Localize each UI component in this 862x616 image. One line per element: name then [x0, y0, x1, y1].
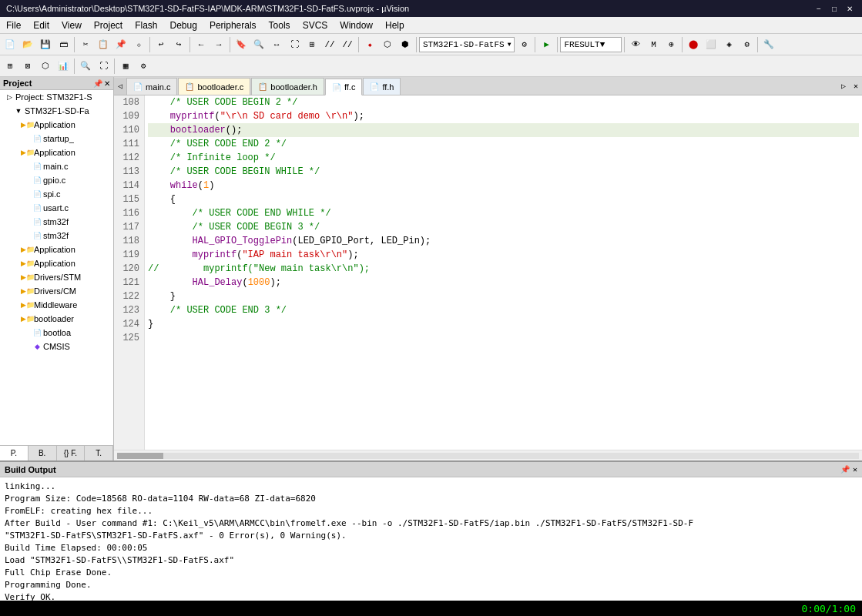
- bookmark-button[interactable]: 🔖: [233, 36, 250, 53]
- tb2-btn3[interactable]: ⬡: [37, 58, 54, 75]
- editor-tab-bootloader.h[interactable]: 📋bootloader.h: [251, 78, 324, 95]
- close-editor-icon[interactable]: ✕: [850, 78, 862, 95]
- editor-tab-ff.h[interactable]: 📄ff.h: [363, 78, 401, 95]
- editor-tab-ff.c[interactable]: 📄ff.c: [325, 79, 362, 95]
- scrollbar-track[interactable]: [117, 453, 859, 459]
- tree-item[interactable]: ▶📁Drivers/CM: [0, 284, 113, 298]
- tb2-btn8[interactable]: ⚙: [135, 58, 152, 75]
- code-line: /* USER CODE END 2 */: [148, 137, 859, 151]
- menu-item-project[interactable]: Project: [88, 18, 129, 32]
- build-all-btn[interactable]: ⬢: [397, 36, 414, 53]
- cut-button[interactable]: ✂: [77, 36, 94, 53]
- menu-item-peripherals[interactable]: Peripherals: [203, 18, 263, 32]
- tb2-btn7[interactable]: ▦: [117, 58, 134, 75]
- folder-icon: ▶📁: [22, 271, 34, 283]
- build-btn[interactable]: ⬥: [361, 36, 378, 53]
- fresult-dropdown[interactable]: FRESULT ▼: [560, 37, 622, 52]
- tree-item[interactable]: 📄spi.c: [0, 187, 113, 201]
- tree-item[interactable]: ▶📁Application: [0, 146, 113, 159]
- tb2-btn6[interactable]: ⛶: [95, 58, 112, 75]
- tree-item[interactable]: ▶📁bootloader: [0, 312, 113, 326]
- tree-item[interactable]: 📄usart.c: [0, 201, 113, 215]
- menu-item-tools[interactable]: Tools: [263, 18, 297, 32]
- ref-button[interactable]: ⛶: [286, 36, 303, 53]
- find-button[interactable]: 🔍: [250, 36, 267, 53]
- tree-label: stm32f: [43, 217, 69, 226]
- save-all-button[interactable]: 🗃: [55, 36, 72, 53]
- watch-button[interactable]: 👁: [627, 36, 644, 53]
- tree-label: STM32F1-SD-Fa: [25, 106, 89, 116]
- tree-item[interactable]: 📄stm32f: [0, 229, 113, 243]
- tree-item[interactable]: ▶📁Drivers/STM: [0, 270, 113, 284]
- tree-item[interactable]: ◆CMSIS: [0, 340, 113, 353]
- editor-tab-bootloader.c[interactable]: 📋bootloader.c: [178, 78, 250, 95]
- ext-button[interactable]: ⊕: [662, 36, 679, 53]
- horizontal-scrollbar[interactable]: [114, 450, 862, 460]
- target-options-button[interactable]: ⚙: [515, 36, 532, 53]
- menu-item-flash[interactable]: Flash: [129, 18, 163, 32]
- compile-btn[interactable]: ⬡: [379, 36, 396, 53]
- code-content[interactable]: /* USER CODE BEGIN 2 */ myprintf("\r\n S…: [145, 95, 862, 450]
- project-tab-2[interactable]: {} F.: [57, 446, 86, 460]
- menu-item-debug[interactable]: Debug: [164, 18, 203, 32]
- tree-item[interactable]: ▶📁Application: [0, 256, 113, 270]
- close-button[interactable]: ✕: [844, 2, 856, 15]
- uncomment-button[interactable]: //: [339, 36, 356, 53]
- step-button[interactable]: ◈: [720, 36, 737, 53]
- menu-item-view[interactable]: View: [55, 18, 88, 32]
- project-tab-3[interactable]: T.: [85, 446, 113, 460]
- minimize-button[interactable]: −: [813, 2, 825, 15]
- indent-button[interactable]: ⬦: [130, 36, 147, 53]
- build-close-icon[interactable]: ✕: [853, 465, 857, 474]
- forward-button[interactable]: →: [210, 36, 227, 53]
- menu-item-window[interactable]: Window: [334, 18, 379, 32]
- tree-item[interactable]: ▼STM32F1-SD-Fa: [0, 104, 113, 118]
- replace-button[interactable]: ↔: [268, 36, 285, 53]
- tree-item[interactable]: ▷Project: STM32F1-S: [0, 90, 113, 104]
- halt-button[interactable]: ⬜: [703, 36, 719, 53]
- undo-button[interactable]: ↩: [153, 36, 169, 53]
- paste-button[interactable]: 📌: [112, 36, 129, 53]
- mem-button[interactable]: M: [645, 36, 662, 53]
- editor-tab-main.c[interactable]: 📄main.c: [126, 78, 177, 95]
- tree-item[interactable]: ▶📁Middleware: [0, 298, 113, 312]
- tools-button[interactable]: 🔧: [760, 36, 777, 53]
- target-dropdown[interactable]: STM32F1-SD-FatFS ▼: [419, 37, 515, 52]
- debug-button[interactable]: ▶: [538, 36, 555, 53]
- tree-item[interactable]: 📄gpio.c: [0, 173, 113, 187]
- comment-button[interactable]: //: [321, 36, 338, 53]
- tree-item[interactable]: ▶📁Application: [0, 118, 113, 132]
- tb2-btn2[interactable]: ⊠: [19, 58, 36, 75]
- menu-item-edit[interactable]: Edit: [27, 18, 55, 32]
- settings-button[interactable]: ⚙: [738, 36, 755, 53]
- new-button[interactable]: 📄: [2, 36, 18, 53]
- menu-item-svcs[interactable]: SVCS: [297, 18, 334, 32]
- scrollbar-thumb[interactable]: [117, 453, 163, 459]
- tree-item[interactable]: ▶📁Application: [0, 243, 113, 256]
- tb2-btn1[interactable]: ⊞: [2, 58, 18, 75]
- tab-scroll-right-icon[interactable]: ▷: [837, 78, 850, 95]
- save-button[interactable]: 💾: [37, 36, 54, 53]
- build-pin-icon[interactable]: 📌: [840, 465, 850, 474]
- stop-button[interactable]: ⬤: [685, 36, 702, 53]
- inc-dec-button[interactable]: ⊞: [304, 36, 320, 53]
- tab-scroll-left-icon[interactable]: ◁: [114, 78, 126, 95]
- tb2-btn5[interactable]: 🔍: [77, 58, 94, 75]
- project-tab-0[interactable]: P.: [0, 446, 29, 460]
- tree-item[interactable]: 📄stm32f: [0, 215, 113, 229]
- tree-item[interactable]: 📄startup_: [0, 132, 113, 146]
- redo-button[interactable]: ↪: [170, 36, 187, 53]
- copy-button[interactable]: 📋: [95, 36, 112, 53]
- project-tab-1[interactable]: B.: [29, 446, 57, 460]
- menu-item-help[interactable]: Help: [379, 18, 411, 32]
- project-close-icon[interactable]: ✕: [104, 79, 110, 88]
- back-button[interactable]: ←: [193, 36, 210, 53]
- menu-item-file[interactable]: File: [0, 18, 27, 32]
- tb2-btn4[interactable]: 📊: [55, 58, 72, 75]
- tree-item[interactable]: 📄main.c: [0, 159, 113, 173]
- maximize-button[interactable]: □: [828, 2, 840, 15]
- project-pin-icon[interactable]: 📌: [93, 79, 102, 88]
- tree-label: bootloader: [34, 314, 74, 323]
- open-button[interactable]: 📂: [19, 36, 36, 53]
- tree-item[interactable]: 📄bootloa: [0, 326, 113, 340]
